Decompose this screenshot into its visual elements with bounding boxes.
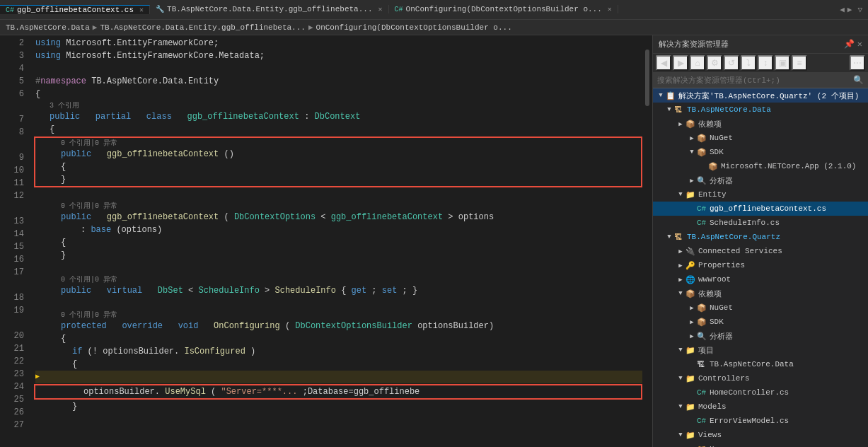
code-line-4 bbox=[35, 62, 642, 75]
code-line-25: optionsBuilder. UseMySql ( "Server=****.… bbox=[35, 385, 641, 398]
tree-models[interactable]: ▼ 📁 Models bbox=[653, 400, 868, 414]
tree-project2[interactable]: ▼ 🏗 TB.AspNetCore.Quartz bbox=[653, 230, 868, 244]
tree-ggb-file[interactable]: C# ggb_offlinebetaContext.cs bbox=[653, 202, 868, 216]
solution-tree[interactable]: ▼ 📋 解决方案'TB.AspNetCore.Quartz' (2 个项目) ▼… bbox=[653, 88, 868, 447]
project2-label: TB.AspNetCore.Quartz bbox=[687, 233, 868, 241]
tab-active[interactable]: C# ggb_offlinebetaContext.cs ✕ bbox=[0, 5, 150, 14]
scroll-right-btn[interactable]: ▶ bbox=[847, 5, 852, 14]
tree-netcore[interactable]: 📦 Microsoft.NETCore.App (2.1.0) bbox=[653, 159, 868, 173]
tree-solution-root[interactable]: ▼ 📋 解决方案'TB.AspNetCore.Quartz' (2 个项目) bbox=[653, 88, 868, 103]
code-line-20-ref: 0 个引用|0 异常 bbox=[35, 310, 642, 320]
code-line-11: } bbox=[35, 173, 641, 186]
search-input[interactable] bbox=[657, 76, 853, 85]
code-line-5: #namespace TB.AspNetCore.Data.Entity bbox=[35, 75, 642, 88]
cs-icon-3: C# bbox=[395, 6, 403, 13]
path-segment-3[interactable]: OnConfiguring(DbContextOptionsBuilder o.… bbox=[316, 23, 512, 32]
panel-title: 解决方案资源管理器 bbox=[659, 39, 729, 50]
errorviewmodel-label: ErrorViewModel.cs bbox=[710, 417, 868, 425]
code-editor[interactable]: 2 3 4 5 6 7 8 9 10 11 12 13 14 15 bbox=[0, 35, 652, 447]
entity-folder-icon: 📁 bbox=[685, 190, 697, 199]
tree-entity-folder[interactable]: ▼ 📁 Entity bbox=[653, 187, 868, 202]
tree-analyzer1[interactable]: ▶ 🔍 分析器 bbox=[653, 173, 868, 187]
yellow-arrow-icon: ▶ bbox=[35, 371, 40, 383]
editor-scrollbar[interactable] bbox=[642, 35, 652, 447]
analyzer-icon: 🔍 bbox=[697, 176, 708, 185]
tree-properties[interactable]: ▶ 🔑 Properties bbox=[653, 258, 868, 272]
red-box-mysql: optionsBuilder. UseMySql ( "Server=****.… bbox=[34, 384, 642, 400]
close-icon-2[interactable]: ✕ bbox=[378, 5, 383, 13]
tree-homecontroller[interactable]: C# HomeController.cs bbox=[653, 385, 868, 400]
entity-folder-label: Entity bbox=[698, 190, 868, 199]
close-icon-3[interactable]: ✕ bbox=[608, 5, 612, 13]
tree-schedule-file[interactable]: C# ScheduleInfo.cs bbox=[653, 216, 868, 230]
solution-icon: 📋 bbox=[666, 91, 677, 100]
toolbar-btn-7[interactable]: ▣ bbox=[775, 55, 790, 71]
sdk2-label: SDK bbox=[710, 318, 868, 326]
code-line-2: using Microsoft.EntityFrameworkCore; bbox=[35, 37, 642, 50]
project1-label: TB.AspNetCore.Data bbox=[687, 105, 868, 114]
connected-svc-icon: 🔌 bbox=[685, 247, 697, 256]
path-segment-1[interactable]: TB.AspNetCore.Data bbox=[6, 23, 90, 32]
toolbar-btn-4[interactable]: ↺ bbox=[724, 55, 739, 71]
tree-controllers[interactable]: ▼ 📁 Controllers bbox=[653, 371, 868, 385]
tree-data-ref[interactable]: 🏗 TB.AspNetCore.Data bbox=[653, 357, 868, 371]
tree-nuget2[interactable]: ▶ 📦 NuGet bbox=[653, 301, 868, 315]
toolbar-btn-settings[interactable]: ⋯ bbox=[850, 55, 865, 71]
scroll-left-btn[interactable]: ◀ bbox=[840, 5, 845, 14]
toolbar-btn-6[interactable]: ↕ bbox=[758, 55, 773, 71]
tree-nuget1[interactable]: ▶ 📦 NuGet bbox=[653, 131, 868, 145]
toolbar-btn-home[interactable]: ⌂ bbox=[690, 55, 705, 71]
path-sep-2: ▶ bbox=[308, 23, 313, 32]
code-line-6: { bbox=[35, 88, 642, 100]
panel-close-btn[interactable]: ✕ bbox=[857, 39, 862, 50]
tree-home-folder[interactable]: ▶ 📁 Home bbox=[653, 442, 868, 447]
solution-label: 解决方案'TB.AspNetCore.Quartz' (2 个项目) bbox=[678, 91, 868, 101]
code-line-9-ref: 0 个引用|0 异常 bbox=[35, 138, 641, 148]
toolbar-btn-5[interactable]: ⤵ bbox=[741, 55, 756, 71]
wwwroot-icon: 🌐 bbox=[685, 275, 697, 284]
tree-views[interactable]: ▼ 📁 Views bbox=[653, 428, 868, 442]
tree-errorviewmodel[interactable]: C# ErrorViewModel.cs bbox=[653, 414, 868, 428]
tree-sdk2[interactable]: ▶ 📦 SDK bbox=[653, 315, 868, 329]
deps2-label: 依赖项 bbox=[698, 289, 868, 299]
deps2-icon: 📦 bbox=[685, 289, 697, 298]
tree-wwwroot[interactable]: ▶ 🌐 wwwroot bbox=[653, 272, 868, 286]
tab-3[interactable]: C# OnConfiguring(DbContextOptionsBuilder… bbox=[389, 5, 618, 13]
tree-connected-services[interactable]: ▶ 🔌 Connected Services bbox=[653, 244, 868, 258]
nuget2-icon: 📦 bbox=[697, 303, 708, 313]
tree-sdk1[interactable]: ▼ 📦 SDK bbox=[653, 145, 868, 159]
file-path-bar: TB.AspNetCore.Data ▶ TB.AspNetCore.Data.… bbox=[0, 20, 868, 35]
views-label: Views bbox=[698, 431, 868, 439]
scrollbar-thumb[interactable] bbox=[645, 50, 649, 106]
path-segment-2[interactable]: TB.AspNetCore.Data.Entity.ggb_offlinebet… bbox=[100, 23, 305, 32]
data-ref-icon: 🏗 bbox=[697, 360, 708, 369]
project1-icon: 🏗 bbox=[674, 105, 685, 115]
code-editor-area: 2 3 4 5 6 7 8 9 10 11 12 13 14 15 bbox=[0, 35, 652, 447]
line-numbers: 2 3 4 5 6 7 8 9 10 11 12 13 14 15 bbox=[0, 35, 30, 447]
code-line-23: { bbox=[35, 358, 642, 371]
toolbar-btn-3[interactable]: ⚙ bbox=[707, 55, 722, 71]
project-folder-icon: 📁 bbox=[685, 346, 697, 355]
panel-pin-btn[interactable]: 📌 bbox=[844, 39, 855, 50]
tab-2[interactable]: 🔧 TB.AspNetCore.Data.Entity.ggb_offlineb… bbox=[150, 5, 388, 13]
tree-dependencies1[interactable]: ▶ 📦 依赖项 bbox=[653, 117, 868, 131]
tree-analyzer2[interactable]: ▶ 🔍 分析器 bbox=[653, 329, 868, 343]
tree-project-folder[interactable]: ▼ 📁 项目 bbox=[653, 343, 868, 357]
tree-deps2[interactable]: ▼ 📦 依赖项 bbox=[653, 286, 868, 301]
tree-project1[interactable]: ▼ 🏗 TB.AspNetCore.Data bbox=[653, 103, 868, 117]
code-content[interactable]: using Microsoft.EntityFrameworkCore; usi… bbox=[30, 35, 642, 447]
code-line-15: { bbox=[35, 236, 642, 249]
code-line-27 bbox=[35, 413, 642, 426]
nuget2-label: NuGet bbox=[710, 303, 868, 312]
toolbar-btn-1[interactable]: ◀ bbox=[656, 55, 671, 71]
panel-toggle-btn[interactable]: ▽ bbox=[857, 5, 862, 14]
connected-svc-label: Connected Services bbox=[698, 247, 868, 255]
sdk-icon: 📦 bbox=[697, 148, 708, 157]
tab-label-3: OnConfiguring(DbContextOptionsBuilder o.… bbox=[406, 5, 602, 13]
code-line-20: protected override void OnConfiguring ( … bbox=[35, 320, 642, 332]
code-line-10: { bbox=[35, 161, 641, 173]
close-icon[interactable]: ✕ bbox=[139, 6, 144, 14]
code-line-21: { bbox=[35, 332, 642, 345]
toolbar-btn-filter[interactable]: ≡ bbox=[792, 55, 807, 71]
toolbar-btn-2[interactable]: ▶ bbox=[673, 55, 688, 71]
